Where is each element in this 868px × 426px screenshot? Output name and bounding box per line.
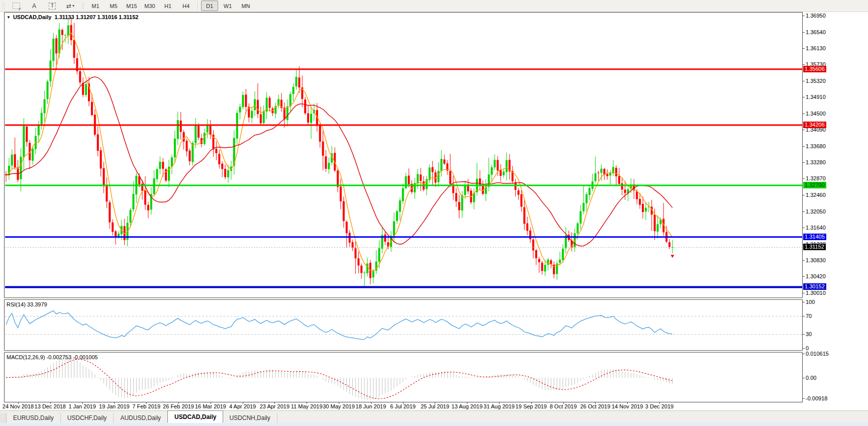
last-price-arrow-icon <box>670 255 674 258</box>
rsi-axis-tick: 70 <box>806 313 812 319</box>
macd-axis-tick: 0.00 <box>806 375 816 381</box>
date-axis-label[interactable]: 23 Apr 2019 <box>260 403 290 409</box>
macd-axis-tick: -0.00918 <box>806 395 827 401</box>
price-axis-tick: 1.32050 <box>806 208 826 215</box>
price-axis-tick: 1.31640 <box>806 225 826 231</box>
timeframe-button-m5[interactable]: M5 <box>105 1 122 11</box>
status-strip <box>0 423 868 426</box>
ma-21-line[interactable] <box>6 77 672 246</box>
price-tag: 1.35606 <box>803 66 826 72</box>
price-axis-tick: 1.33280 <box>806 159 826 165</box>
timeframe-button-m30[interactable]: M30 <box>141 1 158 11</box>
price-tag: 1.31405 <box>803 234 826 240</box>
chart-title-symbol: USDCAD,Daily <box>13 14 51 20</box>
price-axis-tick: 1.36540 <box>806 29 826 35</box>
frame-f-icon: F <box>13 3 20 9</box>
date-axis-label[interactable]: 11 May 2019 <box>291 403 323 409</box>
chart-tab-eurusd[interactable]: EURUSD,Daily <box>7 413 61 423</box>
timeframe-button-h1[interactable]: H1 <box>159 1 176 11</box>
date-axis-label[interactable]: 19 Sep 2019 <box>516 403 547 409</box>
timeframe-button-mn[interactable]: MN <box>237 1 254 11</box>
date-axis-label[interactable]: 14 Nov 2019 <box>612 403 643 409</box>
rsi-splitter[interactable] <box>4 297 803 300</box>
toolbar-grip[interactable] <box>81 2 84 10</box>
chart-plot-area[interactable] <box>0 0 868 426</box>
date-axis-label[interactable]: 7 Feb 2019 <box>132 403 160 409</box>
price-axis-tick: 1.30420 <box>806 273 826 279</box>
rsi-axis-tick: 100 <box>806 299 815 305</box>
date-axis-label[interactable]: 31 Aug 2019 <box>484 403 515 409</box>
date-axis-label[interactable]: 26 Oct 2019 <box>580 403 610 409</box>
date-axis-label[interactable]: 4 Apr 2019 <box>229 403 256 409</box>
price-axis-tick: 1.36950 <box>806 13 826 19</box>
chart-title-ohlc: 1.31133 1.31207 1.31016 1.31152 <box>54 14 138 20</box>
timeframe-button-m15[interactable]: M15 <box>123 1 140 11</box>
tab-scroll-box[interactable] <box>0 413 7 423</box>
chart-tab-usdchf[interactable]: USDCHF,Daily <box>61 413 114 423</box>
cursor-modes-button[interactable]: ⇄▾ <box>62 1 79 11</box>
date-axis-label[interactable]: 30 May 2019 <box>323 403 355 409</box>
date-axis-label[interactable]: 1 Jan 2019 <box>68 403 95 409</box>
date-axis-label[interactable]: 13 Dec 2018 <box>35 403 66 409</box>
rsi-axis-tick: 30 <box>806 331 812 337</box>
macd-histogram <box>6 357 672 400</box>
price-axis-tick: 1.34500 <box>806 111 826 117</box>
font-a-icon: A <box>32 3 36 10</box>
date-axis-label[interactable]: 25 Jul 2019 <box>421 403 449 409</box>
cursor-modes-icon: ⇄ <box>66 3 71 10</box>
price-axis-tick: 1.30010 <box>806 290 826 296</box>
timeframe-button-m1[interactable]: M1 <box>87 1 104 11</box>
toolbar: FAT⇄▾M1M5M15M30H1H4D1W1MN <box>0 0 868 12</box>
text-box-icon: T <box>49 3 56 10</box>
price-tag: 1.31152 <box>803 244 826 250</box>
chart-tab-usdcad[interactable]: USDCAD,Daily <box>167 410 223 423</box>
rsi-axis-tick: 0 <box>806 345 809 351</box>
price-axis-tick: 1.32870 <box>806 175 826 181</box>
price-tag: 1.32700 <box>803 182 826 188</box>
macd-splitter[interactable] <box>4 350 803 353</box>
chart-title: ▼USDCAD,Daily 1.31133 1.31207 1.31016 1.… <box>7 14 138 20</box>
date-axis-label[interactable]: 6 Jul 2019 <box>390 403 416 409</box>
price-tag: 1.34206 <box>803 122 826 128</box>
rsi-label: RSI(14) 33.3979 <box>7 301 47 307</box>
terminal-window: FAT⇄▾M1M5M15M30H1H4D1W1MN ▼USDCAD,Daily … <box>0 0 868 426</box>
toolbar-grip[interactable] <box>2 2 5 10</box>
price-axis-tick: 1.34910 <box>806 94 826 100</box>
timeframe-button-d1[interactable]: D1 <box>201 1 218 11</box>
text-box-button[interactable]: T <box>44 1 61 11</box>
font-a-button[interactable]: A <box>26 1 43 11</box>
date-axis-label[interactable]: 26 Feb 2019 <box>163 403 194 409</box>
date-axis-label[interactable]: 24 Nov 2018 <box>3 403 34 409</box>
collapse-triangle-icon[interactable]: ▼ <box>7 15 11 20</box>
macd-signal-line[interactable] <box>6 359 672 399</box>
macd-axis-tick: 0.010615 <box>806 351 829 357</box>
rsi-line[interactable] <box>6 311 672 340</box>
price-axis-tick: 1.33680 <box>806 143 826 149</box>
date-axis-label[interactable]: 13 Aug 2019 <box>451 403 483 409</box>
chart-tab-bar: EURUSD,DailyUSDCHF,DailyAUDUSD,DailyUSDC… <box>0 410 868 423</box>
price-axis-tick: 1.35320 <box>806 78 826 84</box>
frame-f-button[interactable]: F <box>8 1 25 11</box>
date-axis-label[interactable]: 3 Dec 2019 <box>645 403 673 409</box>
price-axis-tick: 1.36130 <box>806 45 826 51</box>
timeframe-button-w1[interactable]: W1 <box>219 1 236 11</box>
price-axis-tick: 1.32460 <box>806 192 826 198</box>
date-axis-label[interactable]: 16 Mar 2019 <box>195 403 226 409</box>
toolbar-separator <box>198 2 198 10</box>
chart-tab-usdcnh[interactable]: USDCNH,Daily <box>223 413 277 423</box>
price-tag: 1.30152 <box>803 283 826 290</box>
price-axis-tick: 1.30830 <box>806 257 826 263</box>
date-axis-label[interactable]: 18 Jun 2019 <box>356 403 387 409</box>
macd-label: MACD(12,26,9) -0.002753 -0.001005 <box>7 354 98 360</box>
chart-frame <box>5 13 805 404</box>
dropdown-caret-icon: ▾ <box>72 4 74 8</box>
timeframe-button-h4[interactable]: H4 <box>177 1 195 11</box>
date-axis-label[interactable]: 19 Jan 2019 <box>99 403 130 409</box>
date-axis-label[interactable]: 8 Oct 2019 <box>550 403 577 409</box>
chart-tab-audusd[interactable]: AUDUSD,Daily <box>114 413 168 423</box>
